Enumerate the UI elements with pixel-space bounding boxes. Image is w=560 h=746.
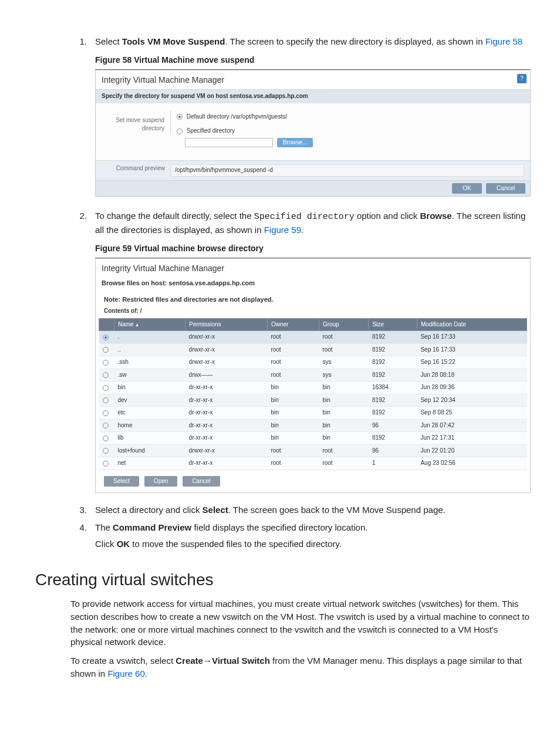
cell-mod: Jun 22 01:20 <box>417 444 527 457</box>
fig59-cancel-button[interactable]: Cancel <box>183 476 220 487</box>
cell-owner: root <box>267 369 319 382</box>
col-select[interactable] <box>99 318 114 331</box>
section-para-2: To create a vswitch, select Create→Virtu… <box>70 654 531 680</box>
cell-owner: bin <box>267 382 319 394</box>
cell-group: root <box>319 343 369 356</box>
cell-group: bin <box>319 419 369 432</box>
cell-owner: root <box>267 356 319 369</box>
cell-owner: root <box>267 331 319 344</box>
cell-size: 8192 <box>369 369 417 382</box>
col-size[interactable]: Size <box>369 318 417 331</box>
table-row[interactable]: devdr-xr-xr-xbinbin8192Sep 12 20:34 <box>99 394 527 407</box>
default-directory-label: Default directory /var/opt/hpvm/guests/ <box>187 113 287 120</box>
row-radio[interactable] <box>103 372 109 378</box>
table-row[interactable]: .drwxr-xr-xrootroot8192Sep 16 17:33 <box>99 331 527 344</box>
fig59-title: Integrity Virtual Machine Manager <box>96 259 530 278</box>
default-directory-radio[interactable] <box>177 114 183 120</box>
command-preview-label: Command preview <box>102 164 171 177</box>
cell-name: net <box>114 457 185 470</box>
table-row[interactable]: bindr-xr-xr-xbinbin16384Jun 28 09:36 <box>99 382 527 394</box>
help-icon[interactable]: ? <box>517 74 527 83</box>
open-button[interactable]: Open <box>144 476 177 487</box>
fig58-subtitle: Specify the directory for suspend VM on … <box>96 89 530 103</box>
step-3-text: Select a directory and click Select. The… <box>95 505 446 515</box>
figure-60-link[interactable]: Figure 60 <box>107 669 144 679</box>
fig59-subtitle: Browse files on host: sentosa.vse.adapps… <box>96 278 530 289</box>
cell-owner: root <box>267 343 319 356</box>
cell-perm: dr-xr-xr-x <box>185 457 268 470</box>
table-row[interactable]: netdr-xr-xr-xrootroot1Aug 23 02:56 <box>99 457 527 470</box>
cell-size: 8192 <box>369 407 417 420</box>
cell-name: .sw <box>114 369 185 382</box>
directory-table: Name▲ Permissions Owner Group Size Modif… <box>99 318 527 470</box>
step-4-number: 4. <box>76 521 87 534</box>
row-radio[interactable] <box>103 397 109 403</box>
row-radio[interactable] <box>103 385 109 391</box>
cell-owner: bin <box>267 394 319 407</box>
cell-size: 8192 <box>369 356 417 369</box>
row-radio[interactable] <box>103 461 109 467</box>
cell-perm: drwxr-xr-x <box>185 331 268 344</box>
figure-59-caption: Figure 59 Virtual machine browse directo… <box>95 242 531 254</box>
cell-name: .. <box>114 343 185 356</box>
col-group[interactable]: Group <box>319 318 369 331</box>
fig59-contents-label: Contents of: / <box>96 306 530 317</box>
cell-size: 8192 <box>369 331 417 344</box>
cell-mod: Aug 23 02:56 <box>417 457 527 470</box>
row-radio[interactable] <box>103 436 109 441</box>
col-permissions[interactable]: Permissions <box>185 318 268 331</box>
row-radio[interactable] <box>103 423 109 428</box>
cell-group: sys <box>319 369 369 382</box>
table-row[interactable]: .swdrwx------rootsys8192Jun 28 08:18 <box>99 369 527 382</box>
step-4-text: The Command Preview field displays the s… <box>95 522 367 532</box>
cell-size: 96 <box>369 444 417 457</box>
step-2-text: To change the default directly, select t… <box>95 211 525 235</box>
cell-group: root <box>319 444 369 457</box>
select-button[interactable]: Select <box>104 476 139 487</box>
row-radio[interactable] <box>103 347 109 353</box>
cell-size: 1 <box>369 457 417 470</box>
step-2-number: 2. <box>76 210 87 222</box>
figure-59-link[interactable]: Figure 59 <box>264 225 301 235</box>
fig59-note: Note: Restricted files and directories a… <box>96 289 530 306</box>
cell-group: root <box>319 457 369 470</box>
table-row[interactable]: homedr-xr-xr-xbinbin96Jun 28 07:42 <box>99 419 527 432</box>
figure-58-caption: Figure 58 Virtual Machine move suspend <box>95 54 531 66</box>
step-1: 1. Select Tools VM Move Suspend. The scr… <box>59 35 531 48</box>
table-row[interactable]: etcdr-xr-xr-xbinbin8192Sep 8 08:25 <box>99 407 527 420</box>
row-radio[interactable] <box>103 335 109 340</box>
cell-perm: dr-xr-xr-x <box>185 407 268 420</box>
cell-name: .ssh <box>114 356 185 369</box>
browse-button[interactable]: Browse... <box>277 138 313 148</box>
cell-group: bin <box>319 382 369 394</box>
step-4: 4. The Command Preview field displays th… <box>59 521 531 551</box>
col-owner[interactable]: Owner <box>267 318 319 331</box>
cell-group: bin <box>319 394 369 407</box>
cell-owner: bin <box>267 432 319 445</box>
sort-asc-icon: ▲ <box>135 322 140 328</box>
cell-name: home <box>114 419 185 432</box>
cell-perm: dr-xr-xr-x <box>185 394 268 407</box>
cell-group: root <box>319 331 369 344</box>
col-name[interactable]: Name▲ <box>114 318 185 331</box>
cell-mod: Jun 28 09:36 <box>417 382 527 394</box>
table-row[interactable]: ..drwxr-xr-xrootroot8192Sep 16 17:33 <box>99 343 527 356</box>
cell-size: 96 <box>369 419 417 432</box>
table-row[interactable]: libdr-xr-xr-xbinbin8192Jun 22 17:31 <box>99 432 527 445</box>
cell-name: . <box>114 331 185 344</box>
row-radio[interactable] <box>103 448 109 454</box>
cell-group: bin <box>319 432 369 445</box>
table-row[interactable]: .sshdrwxr-xr-xrootsys8192Sep 16 15:22 <box>99 356 527 369</box>
cell-mod: Jun 28 08:18 <box>417 369 527 382</box>
row-radio[interactable] <box>103 410 109 416</box>
cell-size: 8192 <box>369 343 417 356</box>
cancel-button[interactable]: Cancel <box>486 183 525 194</box>
row-radio[interactable] <box>103 360 109 366</box>
specified-directory-radio[interactable] <box>177 129 183 134</box>
col-modification-date[interactable]: Modification Date <box>417 318 527 331</box>
table-row[interactable]: lost+founddrwxr-xr-xrootroot96Jun 22 01:… <box>99 444 527 457</box>
ok-button[interactable]: OK <box>452 183 481 194</box>
cell-name: lib <box>114 432 185 445</box>
figure-58-link[interactable]: Figure 58 <box>485 36 522 46</box>
specified-directory-input[interactable] <box>185 138 273 147</box>
